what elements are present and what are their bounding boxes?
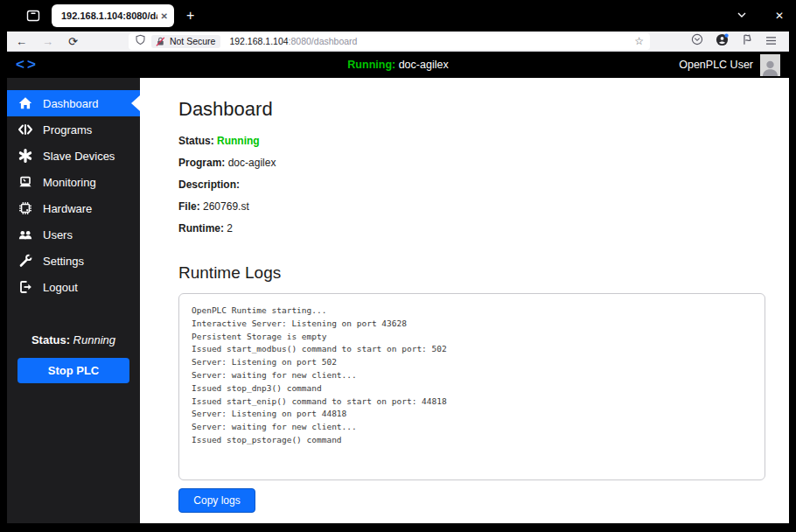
wrench-icon xyxy=(17,253,33,269)
tab-title: 192.168.1.104:8080/dash xyxy=(61,10,157,21)
tab-list-chevron-icon[interactable] xyxy=(737,10,747,23)
main-content: Dashboard Status: Running Program: doc-a… xyxy=(140,78,789,523)
reload-button[interactable]: ⟳ xyxy=(68,35,78,48)
account-icon[interactable] xyxy=(716,33,729,50)
sidebar-item-label: Slave Devices xyxy=(43,150,115,163)
info-program: Program: doc-agilex xyxy=(178,157,765,169)
lock-crossed-icon xyxy=(155,36,166,47)
copy-logs-button[interactable]: Copy logs xyxy=(178,488,255,513)
url-bar[interactable]: Not Secure 192.168.1.104:8080/dashboard … xyxy=(129,33,650,50)
sidebar-item-label: Users xyxy=(43,228,73,242)
info-file: File: 260769.st xyxy=(178,200,765,213)
sidebar-item-label: Monitoring xyxy=(43,176,96,189)
sidebar-item-label: Dashboard xyxy=(43,97,99,110)
laptop-icon xyxy=(17,174,33,190)
back-button[interactable]: ← xyxy=(16,35,27,48)
extension-flag-icon[interactable] xyxy=(741,33,753,49)
sidebar-plc-status: Status: Running xyxy=(7,333,140,346)
forward-button[interactable]: → xyxy=(42,35,53,48)
asterisk-knot-icon xyxy=(17,148,33,164)
sidebar-item-users[interactable]: Users xyxy=(7,221,140,248)
shield-icon[interactable] xyxy=(135,33,146,49)
window-close-icon[interactable]: ✕ xyxy=(775,10,784,22)
bookmark-star-icon[interactable]: ☆ xyxy=(634,35,644,47)
header-status: Running: doc-agilex xyxy=(7,59,789,71)
info-description: Description: xyxy=(178,178,765,191)
logout-icon xyxy=(17,279,33,295)
code-icon xyxy=(17,122,33,137)
url-text: 192.168.1.104:8080/dashboard xyxy=(229,36,357,46)
runtime-logs-box[interactable]: OpenPLC Runtime starting... Interactive … xyxy=(178,293,765,480)
sidebar-item-label: Settings xyxy=(43,255,84,268)
menu-hamburger-icon[interactable] xyxy=(765,33,777,49)
stop-plc-button[interactable]: Stop PLC xyxy=(17,358,129,383)
app-header: <> Running: doc-agilex OpenPLC User xyxy=(7,52,789,78)
runtime-logs-title: Runtime Logs xyxy=(178,263,765,283)
sidebar-item-hardware[interactable]: Hardware xyxy=(7,195,140,221)
not-secure-label: Not Secure xyxy=(170,36,216,46)
sidebar: Dashboard Programs Slave Devices Monitor… xyxy=(7,78,140,523)
sidebar-item-slave-devices[interactable]: Slave Devices xyxy=(7,143,140,169)
sidebar-item-logout[interactable]: Logout xyxy=(7,274,140,300)
browser-tab[interactable]: 192.168.1.104:8080/dash ✕ xyxy=(52,4,174,27)
not-secure-indicator[interactable]: Not Secure xyxy=(151,35,221,48)
info-status: Status: Running xyxy=(178,135,765,147)
sidebar-item-programs[interactable]: Programs xyxy=(7,116,140,143)
sidebar-item-label: Logout xyxy=(43,281,78,294)
sidebar-item-dashboard[interactable]: Dashboard xyxy=(7,90,140,116)
chip-icon xyxy=(17,200,33,216)
new-tab-button[interactable]: + xyxy=(186,8,194,24)
info-runtime: Runtime: 2 xyxy=(178,222,765,234)
pocket-icon[interactable] xyxy=(691,33,703,49)
tab-close-icon[interactable]: ✕ xyxy=(161,11,168,21)
sidebar-item-settings[interactable]: Settings xyxy=(7,248,140,274)
sidebar-item-label: Programs xyxy=(43,123,92,136)
page-title: Dashboard xyxy=(178,98,765,121)
runtime-logs-text: OpenPLC Runtime starting... Interactive … xyxy=(192,304,752,447)
browser-nav-bar: ← → ⟳ Not Secure 192.168.1.104:8080/dash… xyxy=(7,32,789,52)
sidebar-item-monitoring[interactable]: Monitoring xyxy=(7,169,140,195)
firefox-view-icon[interactable] xyxy=(26,9,40,23)
sidebar-item-label: Hardware xyxy=(43,202,92,215)
home-icon xyxy=(17,95,33,111)
browser-tab-bar: 192.168.1.104:8080/dash ✕ + ✕ xyxy=(0,0,796,32)
users-icon xyxy=(17,227,33,242)
